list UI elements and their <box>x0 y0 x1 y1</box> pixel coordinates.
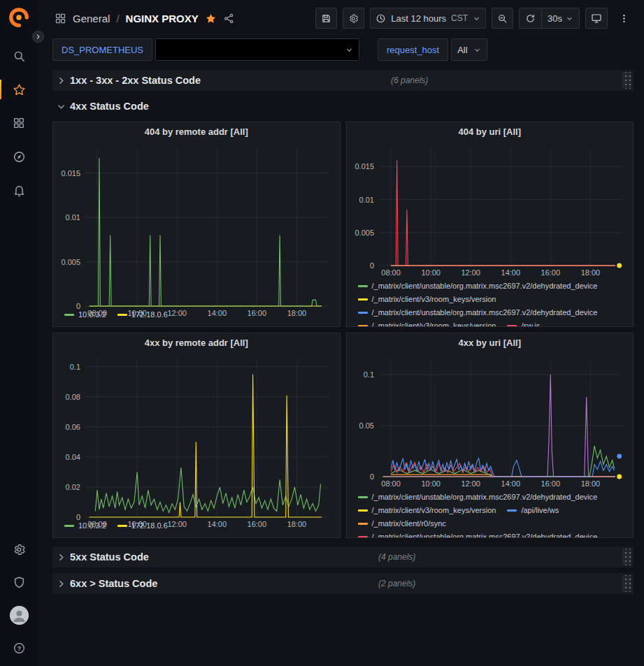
legend-item[interactable]: 10.0.3.2 <box>64 520 106 532</box>
chart-404-by-remote-addr[interactable]: 08:0010:0012:0014:0016:0018:0000.0050.01… <box>53 141 340 307</box>
sidebar-item-server-admin[interactable] <box>0 566 38 599</box>
legend-series-label: 10.0.3.2 <box>78 309 106 321</box>
sidebar: ? <box>0 0 38 666</box>
sidebar-item-help[interactable]: ? <box>0 632 38 665</box>
legend-series-swatch <box>358 312 368 314</box>
legend-series-label: /_matrix/client/unstable/org.matrix.msc2… <box>372 280 598 292</box>
panel-title[interactable]: 4xx by remote addr [All] <box>53 333 340 352</box>
sidebar-item-starred[interactable] <box>0 73 38 106</box>
row-drag-handle[interactable] <box>622 72 631 89</box>
legend-series-label: 172.18.0.6 <box>131 520 168 532</box>
legend-item[interactable]: /_matrix/client/unstable/org.matrix.msc2… <box>358 531 598 537</box>
row-panel-count: (6 panels) <box>391 75 428 85</box>
variables-bar: DS_PROMETHEUS request_host All <box>38 36 644 67</box>
sidebar-item-search[interactable] <box>0 39 38 73</box>
chevron-right-icon <box>57 76 66 85</box>
bell-icon <box>13 184 26 197</box>
legend-item[interactable]: 10.0.3.2 <box>64 309 106 321</box>
panel-title[interactable]: 404 by uri [All] <box>347 122 634 141</box>
legend-series-label: /_matrix/client/unstable/org.matrix.msc2… <box>372 491 598 503</box>
svg-text:0.06: 0.06 <box>66 423 80 431</box>
panel-title[interactable]: 404 by remote addr [All] <box>53 122 340 141</box>
legend-series-label: /_matrix/client/v3/room_keys/version <box>372 320 496 326</box>
svg-text:08:00: 08:00 <box>381 268 401 277</box>
legend-series-swatch <box>358 509 368 512</box>
refresh-picker: 30s <box>519 8 580 29</box>
sidebar-item-alerting[interactable] <box>0 173 38 207</box>
legend-item[interactable]: /api/live/ws <box>507 505 559 516</box>
timezone-label: CST <box>451 13 468 23</box>
save-icon <box>321 13 331 24</box>
row-6xx[interactable]: 6xx > Status Code (2 panels) <box>52 573 634 594</box>
svg-text:0: 0 <box>369 472 373 481</box>
row-drag-handle[interactable] <box>622 575 631 592</box>
dashboard-title[interactable]: NGINX PROXY <box>126 13 199 24</box>
legend-item[interactable]: /_matrix/client/unstable/org.matrix.msc2… <box>358 307 598 319</box>
legend-series-swatch <box>507 325 517 326</box>
sidebar-item-explore[interactable] <box>0 140 38 173</box>
legend-item[interactable]: /sw.js <box>507 320 540 326</box>
zoom-out-button[interactable] <box>492 8 513 29</box>
dashboard-settings-button[interactable] <box>343 8 364 29</box>
row-5xx[interactable]: 5xx Status Code (4 panels) <box>52 546 634 567</box>
svg-text:16:00: 16:00 <box>541 479 560 488</box>
legend-item[interactable]: /_matrix/client/r0/sync <box>358 518 446 530</box>
breadcrumb-folder[interactable]: General <box>73 13 110 24</box>
sidebar-item-dashboards[interactable] <box>0 106 38 140</box>
legend-item[interactable]: 172.18.0.6 <box>117 309 168 321</box>
panel-title[interactable]: 4xx by uri [All] <box>347 333 634 352</box>
more-options-button[interactable] <box>613 8 634 29</box>
time-range-picker[interactable]: Last 12 hours CST <box>370 8 486 29</box>
grafana-logo-icon[interactable] <box>8 7 29 28</box>
gear-icon <box>348 13 359 24</box>
legend-item[interactable]: /_matrix/client/v3/room_keys/version <box>358 294 496 305</box>
sidebar-item-profile[interactable] <box>0 599 38 632</box>
chart-4xx-by-uri[interactable]: 08:0010:0012:0014:0016:0018:0000.050.1 <box>347 352 634 490</box>
panel-4xx-by-remote-addr: 4xx by remote addr [All] 08:0010:0012:00… <box>52 333 341 538</box>
legend-item[interactable]: /_matrix/client/unstable/org.matrix.msc2… <box>358 491 598 503</box>
refresh-button[interactable] <box>520 8 541 28</box>
row-panel-count: (4 panels) <box>378 552 415 562</box>
apps-grid-icon[interactable] <box>55 13 66 24</box>
sidebar-item-configuration[interactable] <box>0 533 38 566</box>
refresh-interval-label: 30s <box>548 13 562 24</box>
chevron-down-icon <box>566 15 573 22</box>
row-4xx[interactable]: 4xx Status Code <box>52 96 634 116</box>
favorite-star-icon[interactable] <box>205 13 217 24</box>
datasource-variable-label[interactable]: DS_PROMETHEUS <box>52 38 152 61</box>
legend-item[interactable]: /_matrix/client/v3/room_keys/version <box>358 505 496 516</box>
legend-series-label: /sw.js <box>521 320 540 326</box>
sidebar-expand-button[interactable] <box>32 31 44 43</box>
legend-series-label: /_matrix/client/unstable/org.matrix.msc2… <box>372 531 598 537</box>
svg-text:12:00: 12:00 <box>461 479 480 488</box>
legend-series-swatch <box>358 298 368 301</box>
datasource-variable-select[interactable] <box>155 38 359 61</box>
svg-text:0.015: 0.015 <box>61 169 80 178</box>
chart-404-by-uri[interactable]: 08:0010:0012:0014:0016:0018:0000.0050.01… <box>347 141 634 279</box>
panel-legend: 10.0.3.2172.18.0.6 <box>53 519 340 537</box>
chart-4xx-by-remote-addr[interactable]: 08:0010:0012:0014:0016:0018:0000.020.040… <box>53 352 340 519</box>
legend-item[interactable]: 172.18.0.6 <box>117 520 168 532</box>
svg-text:0.01: 0.01 <box>359 196 373 204</box>
clock-icon <box>375 13 386 24</box>
request-host-variable-label[interactable]: request_host <box>378 38 448 61</box>
zoom-out-icon <box>497 13 508 24</box>
tv-mode-button[interactable] <box>585 8 608 29</box>
svg-text:0.015: 0.015 <box>355 162 374 171</box>
row-drag-handle[interactable] <box>622 549 631 565</box>
legend-item[interactable]: /_matrix/client/v3/room_keys/version <box>358 320 496 326</box>
dashboards-grid-icon <box>13 117 25 129</box>
avatar <box>10 606 29 625</box>
request-host-variable-select[interactable]: All <box>451 38 487 61</box>
legend-item[interactable]: /_matrix/client/unstable/org.matrix.msc2… <box>358 280 598 292</box>
save-dashboard-button[interactable] <box>315 8 337 29</box>
svg-text:14:00: 14:00 <box>501 479 520 488</box>
svg-text:0: 0 <box>369 261 373 270</box>
row-1xx-3xx-2xx[interactable]: 1xx - 3xx - 2xx Status Code (6 panels) <box>52 70 634 91</box>
panel-legend: 10.0.3.2172.18.0.6 <box>53 307 340 326</box>
refresh-interval-dropdown[interactable]: 30s <box>541 8 579 28</box>
shield-icon <box>13 576 26 589</box>
legend-series-swatch <box>358 536 368 537</box>
share-icon[interactable] <box>223 13 235 24</box>
legend-series-label: /_matrix/client/v3/room_keys/version <box>372 505 496 516</box>
